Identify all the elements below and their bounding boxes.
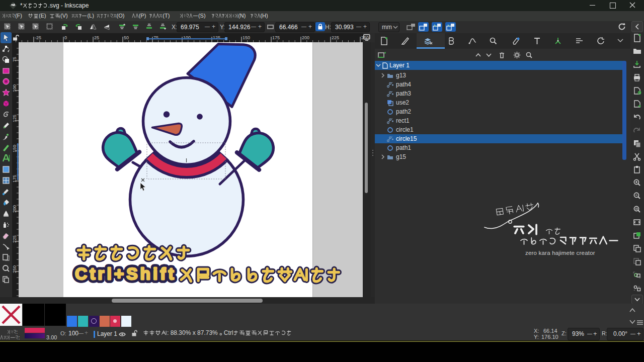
svg-text:Ctrl+Shift: Ctrl+Shift [75,264,177,283]
svg-text:-25: -25 [35,35,41,40]
svg-text:200: 200 [302,35,309,40]
svg-text:125: 125 [213,35,220,40]
svg-text:250: 250 [12,265,17,273]
svg-text:50: 50 [124,35,129,40]
svg-text:100: 100 [12,84,17,92]
svg-text:0: 0 [64,35,67,40]
svg-text:125: 125 [12,115,17,122]
svg-text:150: 150 [12,145,17,152]
svg-text:25: 25 [94,35,99,40]
svg-text:100: 100 [183,35,191,40]
svg-text:75: 75 [153,35,158,40]
svg-text:150: 150 [243,35,250,40]
svg-text:175: 175 [12,175,17,183]
svg-text:225: 225 [332,35,339,40]
svg-text:200: 200 [12,205,17,213]
svg-text:225: 225 [12,235,17,243]
svg-text:75: 75 [12,57,17,62]
svg-text:175: 175 [272,35,280,40]
